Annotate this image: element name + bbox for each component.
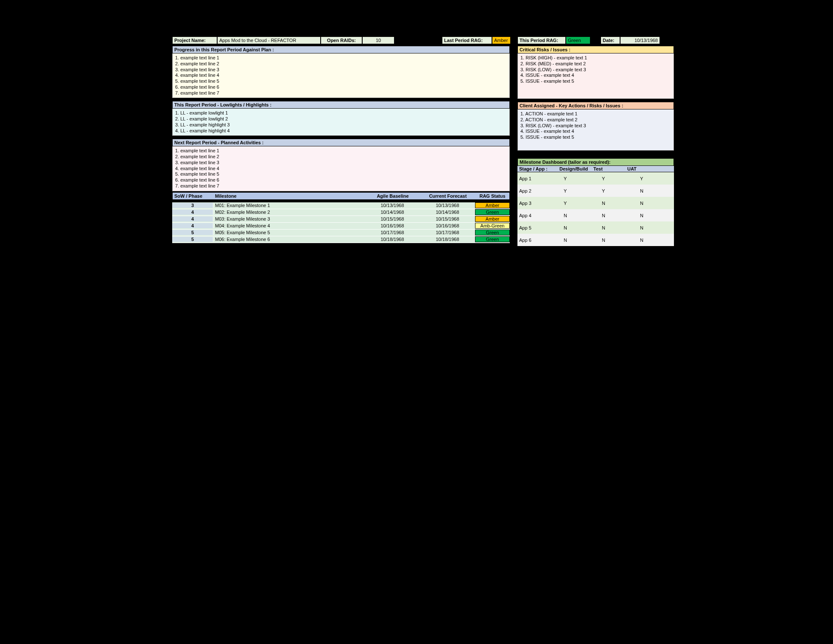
table-row: App 6NNN	[517, 234, 674, 246]
table-row: App 2YYN	[517, 185, 674, 197]
cell-baseline: 10/15/1968	[365, 216, 420, 221]
list-item: 3. example text line 3	[175, 67, 507, 73]
list-item: 3. RISK (LOW) - example text 3	[520, 67, 671, 73]
cell-baseline: 10/18/1968	[365, 237, 420, 242]
cell-forecast: 10/14/1968	[420, 210, 475, 215]
list-item: 5. ISSUE - example text 5	[520, 134, 671, 140]
cell-uat: N	[636, 201, 674, 206]
cell-rag: Green	[475, 209, 510, 215]
label-open-raids: Open RAIDs:	[321, 36, 362, 44]
section-planned-body: 1. example text line 1 2. example text l…	[172, 146, 510, 191]
cell-milestone: M06: Example Milestone 6	[213, 237, 365, 242]
cell-rag: Amber	[475, 216, 510, 222]
cell-phase: 4	[172, 216, 213, 221]
list-item: 2. example text line 2	[175, 61, 507, 67]
dash-col-design: Design/Build	[559, 166, 593, 171]
cell-test: N	[598, 213, 636, 218]
list-item: 2. example text line 2	[175, 154, 507, 160]
cell-app: App 3	[517, 201, 559, 206]
cell-milestone: M04: Example Milestone 4	[213, 223, 365, 228]
list-item: 4. ISSUE - example text 4	[520, 73, 671, 78]
cell-test: N	[598, 225, 636, 230]
value-this-rag: Green	[566, 36, 590, 44]
cell-phase: 5	[172, 237, 213, 242]
table-row: App 3YNN	[517, 197, 674, 209]
label-last-rag: Last Period RAG:	[442, 36, 492, 44]
cell-design: Y	[559, 201, 598, 206]
cell-design: Y	[559, 188, 598, 193]
list-item: 4. LL - example highlight 4	[175, 128, 507, 134]
list-item: 5. example text line 5	[175, 171, 507, 177]
table-row: 3M01: Example Milestone 110/13/196810/13…	[172, 202, 510, 209]
cell-rag: Green	[475, 230, 510, 235]
cell-uat: N	[636, 225, 674, 230]
cell-test: N	[598, 201, 636, 206]
cell-forecast: 10/15/1968	[420, 216, 475, 221]
list-item: 1. RISK (HIGH) - example text 1	[520, 55, 671, 61]
left-column: Progress in this Report Period Against P…	[172, 46, 510, 246]
table-row: App 5NNN	[517, 221, 674, 234]
list-item: 5. example text line 5	[175, 78, 507, 84]
list-item: 6. example text line 6	[175, 84, 507, 90]
section-lowhigh-body: 1. LL - example lowlight 1 2. LL - examp…	[172, 109, 510, 136]
section-client-body: 1. ACTION - example text 1 2. ACTION - e…	[517, 109, 674, 151]
table-row: App 4NNN	[517, 209, 674, 221]
cell-app: App 1	[517, 176, 559, 181]
cell-baseline: 10/17/1968	[365, 230, 420, 235]
section-risks-title: Critical Risks / Issues :	[517, 46, 674, 53]
list-item: 1. example text line 1	[175, 55, 507, 61]
list-item: 3. LL - example highlight 3	[175, 122, 507, 128]
section-client-title: Client Assigned - Key Actions / Risks / …	[517, 102, 674, 109]
cell-forecast: 10/16/1968	[420, 223, 475, 228]
list-item: 1. ACTION - example text 1	[520, 111, 671, 117]
table-row: 5M05: Example Milestone 510/17/196810/17…	[172, 230, 510, 236]
label-this-rag: This Period RAG:	[517, 36, 566, 44]
dashboard-rows: App 1YYYApp 2YYNApp 3YNNApp 4NNNApp 5NNN…	[517, 172, 674, 246]
cell-design: N	[559, 213, 598, 218]
list-item: 3. example text line 3	[175, 160, 507, 166]
cell-baseline: 10/13/1968	[365, 203, 420, 208]
cell-rag: Green	[475, 236, 510, 242]
table-row: 5M06: Example Milestone 610/18/196810/18…	[172, 236, 510, 243]
list-item: 3. RISK (LOW) - example text 3	[520, 123, 671, 129]
report-page: Project Name: Apps Mod to the Cloud - RE…	[172, 36, 661, 246]
list-item: 2. ACTION - example text 2	[520, 117, 671, 123]
list-item: 1. example text line 1	[175, 148, 507, 154]
right-column: Critical Risks / Issues : 1. RISK (HIGH)…	[517, 46, 674, 246]
cell-milestone: M05: Example Milestone 5	[213, 230, 365, 235]
value-last-rag: Amber	[492, 36, 511, 44]
cell-design: N	[559, 238, 598, 243]
header-row: Project Name: Apps Mod to the Cloud - RE…	[172, 36, 661, 44]
cell-design: N	[559, 225, 598, 230]
dash-col-stage: Stage / App :	[517, 166, 559, 171]
cell-forecast: 10/13/1968	[420, 203, 475, 208]
list-item: 7. example text line 7	[175, 183, 507, 189]
list-item: 4. example text line 4	[175, 166, 507, 172]
cell-uat: Y	[636, 176, 674, 181]
list-item: 4. example text line 4	[175, 73, 507, 78]
section-risks-body: 1. RISK (HIGH) - example text 1 2. RISK …	[517, 53, 674, 99]
dash-col-uat: UAT	[627, 166, 661, 171]
cell-app: App 4	[517, 213, 559, 218]
cell-phase: 4	[172, 210, 213, 215]
cell-uat: N	[636, 238, 674, 243]
cell-rag: Amb-Green	[475, 223, 510, 229]
section-progress-title: Progress in this Report Period Against P…	[172, 46, 510, 53]
section-lowhigh-title: This Report Period - Lowlights / Highlig…	[172, 101, 510, 109]
list-item: 4. ISSUE - example text 4	[520, 129, 671, 134]
list-item: 1. LL - example lowlight 1	[175, 110, 507, 116]
milestone-rows: 3M01: Example Milestone 110/13/196810/13…	[172, 202, 510, 243]
cell-milestone: M01: Example Milestone 1	[213, 203, 365, 208]
dashboard-title: Milestone Dashboard (tailor as required)…	[517, 158, 674, 166]
cell-milestone: M03: Example Milestone 3	[213, 216, 365, 221]
cell-forecast: 10/17/1968	[420, 230, 475, 235]
dash-col-test: Test	[593, 166, 627, 171]
table-row: 4M02: Example Milestone 210/14/196810/14…	[172, 209, 510, 216]
cell-test: N	[598, 238, 636, 243]
cell-uat: N	[636, 188, 674, 193]
list-item: 5. ISSUE - example text 5	[520, 78, 671, 84]
cell-baseline: 10/16/1968	[365, 223, 420, 228]
cell-app: App 6	[517, 238, 559, 243]
col-rag: RAG Status	[475, 193, 509, 199]
list-item: 6. example text line 6	[175, 177, 507, 183]
